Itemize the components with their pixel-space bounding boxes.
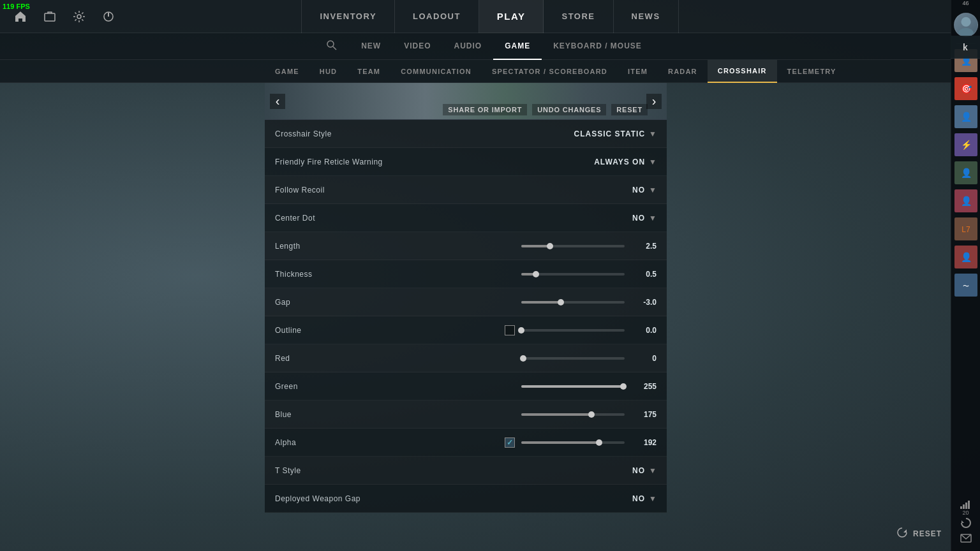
sidebar-item-6[interactable]: 👤: [954, 189, 978, 213]
preview-next-arrow[interactable]: ›: [646, 94, 662, 109]
tab-hud[interactable]: HUD: [309, 60, 347, 83]
control-gap: -3.0: [521, 298, 657, 307]
checkbox-alpha-check: ✓: [507, 438, 513, 447]
refresh-icon[interactable]: [954, 515, 978, 531]
sidebar-item-7[interactable]: L7: [954, 217, 978, 241]
svg-point-27: [77, 15, 81, 18]
nav-play[interactable]: PLAY: [479, 0, 544, 33]
slider-gap-thumb[interactable]: [558, 299, 564, 305]
svg-text:⚡: ⚡: [960, 140, 972, 151]
arrow-crosshair-style: ▼: [649, 129, 657, 138]
nav-inventory[interactable]: INVENTORY: [301, 0, 395, 33]
preview-prev-arrow[interactable]: ‹: [270, 94, 285, 109]
home-icon[interactable]: [11, 8, 29, 26]
tab-item[interactable]: ITEM: [618, 60, 658, 83]
inventory-icon[interactable]: [41, 8, 59, 26]
control-crosshair-style[interactable]: CLASSIC STATIC ▼: [574, 129, 657, 138]
control-green: 255: [521, 382, 657, 391]
tab-crosshair[interactable]: CROSSHAIR: [708, 60, 777, 83]
slider-red-track[interactable]: [521, 357, 625, 360]
sidebar-item-2[interactable]: 🎯: [954, 77, 978, 101]
control-t-style[interactable]: NO ▼: [632, 466, 657, 475]
tab-telemetry[interactable]: TELEMETRY: [777, 60, 847, 83]
svg-rect-26: [45, 13, 55, 21]
k-badge[interactable]: k: [951, 36, 980, 59]
slider-length-track[interactable]: [521, 245, 625, 247]
nav2-video[interactable]: VIDEO: [392, 33, 442, 60]
setting-center-dot: Center Dot NO ▼: [265, 204, 667, 232]
settings-icon[interactable]: [70, 8, 88, 26]
tab-radar[interactable]: RADAR: [658, 60, 708, 83]
reset-btn-preview[interactable]: Reset: [611, 104, 648, 115]
svg-rect-21: [963, 504, 965, 509]
svg-text:👤: 👤: [960, 196, 972, 207]
sidebar-item-4[interactable]: ⚡: [954, 133, 978, 157]
player-avatar[interactable]: [954, 13, 978, 37]
nav-news[interactable]: NEWS: [614, 0, 679, 33]
slider-red-thumb[interactable]: [520, 355, 526, 362]
tab-game[interactable]: GAME: [265, 60, 309, 83]
checkbox-outline[interactable]: [505, 325, 515, 335]
slider-length-thumb[interactable]: [547, 243, 553, 249]
arrow-follow-recoil: ▼: [649, 186, 657, 195]
control-friendly-fire[interactable]: ALWAYS ON ▼: [594, 158, 657, 166]
label-outline: Outline: [275, 326, 302, 335]
value-blue: 175: [631, 410, 657, 419]
tab-communication[interactable]: COMMUNICATION: [390, 60, 482, 83]
setting-deployed-weapon-gap: Deployed Weapon Gap NO ▼: [265, 485, 667, 513]
control-deployed-weapon-gap[interactable]: NO ▼: [632, 494, 657, 503]
label-follow-recoil: Follow Recoil: [275, 186, 325, 195]
tab-spectator[interactable]: SPECTATOR / SCOREBOARD: [482, 60, 618, 83]
sidebar-item-3[interactable]: 👤: [954, 105, 978, 129]
checkbox-alpha[interactable]: ✓: [505, 437, 515, 448]
setting-friendly-fire: Friendly Fire Reticle Warning ALWAYS ON …: [265, 148, 667, 176]
setting-t-style: T Style NO ▼: [265, 457, 667, 485]
label-t-style: T Style: [275, 466, 301, 475]
svg-rect-23: [968, 501, 970, 509]
value-outline: 0.0: [631, 326, 657, 335]
sidebar-item-5[interactable]: 👤: [954, 161, 978, 185]
label-deployed-weapon-gap: Deployed Weapon Gap: [275, 494, 360, 503]
nav2-game[interactable]: GAME: [493, 33, 542, 60]
slider-outline-thumb[interactable]: [518, 327, 524, 334]
arrow-deployed-weapon-gap: ▼: [649, 494, 657, 503]
control-follow-recoil[interactable]: NO ▼: [632, 186, 657, 195]
control-center-dot[interactable]: NO ▼: [632, 214, 657, 223]
slider-gap-track[interactable]: [521, 301, 625, 304]
slider-thickness-track[interactable]: [521, 273, 625, 276]
slider-green-track[interactable]: [521, 385, 625, 388]
share-import-btn[interactable]: Share or Import: [443, 104, 527, 115]
search-icon[interactable]: [327, 40, 337, 53]
nav-loadout[interactable]: LOADOUT: [395, 0, 479, 33]
slider-alpha-track[interactable]: [521, 441, 625, 444]
signal-icon[interactable]: 20: [954, 500, 978, 515]
slider-thickness-thumb[interactable]: [533, 271, 539, 277]
mail-icon[interactable]: [954, 531, 978, 546]
slider-blue-thumb[interactable]: [588, 411, 595, 418]
slider-green-thumb[interactable]: [620, 383, 627, 390]
power-icon[interactable]: [100, 8, 117, 26]
value-follow-recoil: NO: [632, 186, 645, 195]
preview-buttons: Share or Import Undo Changes Reset: [443, 104, 648, 115]
nav-store[interactable]: STORE: [544, 0, 613, 33]
nav2-audio[interactable]: AUDIO: [442, 33, 493, 60]
nav2-keyboard[interactable]: KEYBOARD / MOUSE: [542, 33, 653, 60]
svg-marker-31: [903, 529, 907, 533]
fps-counter: 119 FPS: [3, 3, 30, 10]
slider-outline-track[interactable]: [521, 329, 625, 332]
setting-alpha: Alpha ✓ 192: [265, 429, 667, 457]
top-nav: INVENTORY LOADOUT PLAY STORE NEWS: [0, 0, 980, 33]
nav2-new[interactable]: NEW: [350, 33, 392, 60]
reset-button[interactable]: RESET: [896, 527, 942, 541]
tab-team[interactable]: TEAM: [347, 60, 390, 83]
settings-panel: ‹ › Share or Import Undo Changes Reset C…: [265, 83, 667, 551]
value-green: 255: [631, 382, 657, 391]
slider-alpha-thumb[interactable]: [596, 439, 602, 446]
control-red: 0: [521, 354, 657, 363]
sidebar-item-9[interactable]: 〜: [954, 273, 978, 297]
value-t-style: NO: [632, 466, 645, 475]
label-gap: Gap: [275, 298, 290, 307]
slider-blue-track[interactable]: [521, 413, 625, 416]
sidebar-item-8[interactable]: 👤: [954, 245, 978, 269]
undo-changes-btn[interactable]: Undo Changes: [532, 104, 606, 115]
